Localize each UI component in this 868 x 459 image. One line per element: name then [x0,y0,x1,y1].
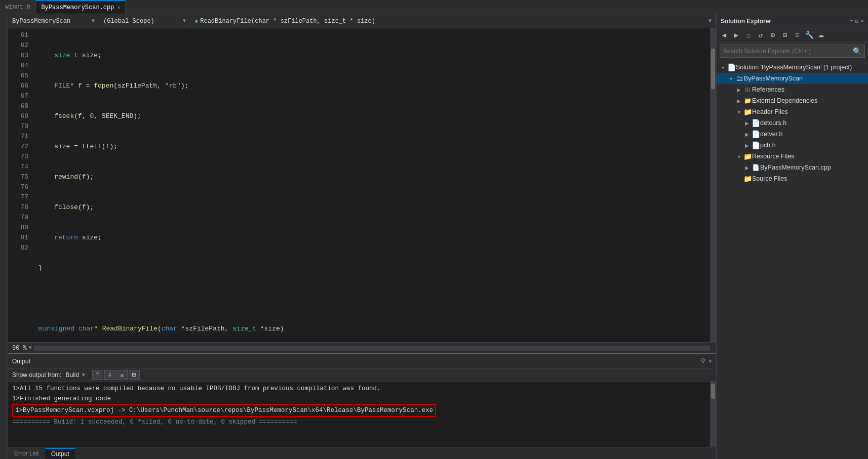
tree-item-project[interactable]: ▾ 🗂 ByPassMemoryScan [717,73,868,84]
output-content[interactable]: 1>All 15 functions were compiled because… [8,382,710,447]
activity-bar [0,14,8,459]
tree-arrow[interactable]: ▶ [735,87,743,93]
tree-label: pch.h [760,142,866,149]
se-header: Solution Explorer − ⊞ ✕ [717,14,868,28]
zoom-label: 90 % [12,345,27,352]
tree-arrow[interactable]: ▾ [735,154,743,159]
tree-arrow[interactable]: ▶ [735,98,743,104]
output-header: Output ⚲ ✕ [8,354,716,368]
folder-icon: 📁 [743,152,752,160]
se-search-bar[interactable]: 🔍 [720,45,865,58]
tree-item-detours-h[interactable]: ▶ 📄 detours.h [717,117,868,129]
copy-btn[interactable]: ⊟ [779,30,791,41]
minus-btn[interactable]: ▬ [816,30,827,41]
code-line [38,294,710,304]
tree-label: Resource Files [752,153,866,160]
folder-icon: 📁 [743,108,752,116]
scope-dropdown[interactable]: ByPassMemoryScan ▼ [8,14,99,28]
ext-deps-icon: 📁 [743,97,752,104]
close-icon[interactable]: ✕ [117,5,120,11]
output-scrollbar[interactable] [710,382,716,447]
tree-arrow[interactable]: ▶ [743,143,751,148]
tree-item-references[interactable]: ▶ ⊞ References [717,84,868,95]
scroll-thumb[interactable] [711,49,715,89]
pin-icon[interactable]: ⊞ [855,18,859,24]
tab-winnt[interactable]: winnt.h [0,0,36,14]
tree-arrow[interactable]: ▶ [743,132,751,137]
tab-bypassmemoryscan[interactable]: ByPassMemoryScan.cpp ✕ [36,0,126,14]
chevron-down-icon: ▼ [92,18,95,24]
pin-icon[interactable]: ⚲ [701,357,705,365]
cpp-file-icon: 📄 [751,164,760,171]
editor-area: ByPassMemoryScan ▼ (Global Scope) ▼ ◈ Re… [8,14,716,459]
line-numbers: 61 62 63 64 65 66 67 68 69 70 71 72 73 7… [8,28,33,342]
code-line: size_t size; [38,51,710,61]
main-area: ByPassMemoryScan ▼ (Global Scope) ▼ ◈ Re… [0,14,868,459]
tree-item-headerfiles[interactable]: ▾ 📁 Header Files [717,106,868,117]
tree-label: detours.h [760,119,866,127]
close-icon[interactable]: ✕ [708,357,712,365]
tab-output[interactable]: Output [45,448,75,459]
code-content[interactable]: size_t size; FILE* f = fopen(szFilePath,… [33,28,710,342]
back-btn[interactable]: ◀ [719,30,730,41]
minus-icon[interactable]: − [850,18,853,24]
code-line: FILE* f = fopen(szFilePath, "rb"); [38,81,710,91]
bottom-tabs: Error List Output [8,447,716,459]
output-line: 1>Finished generating code [12,394,706,404]
sync-btn[interactable]: ↺ [755,30,766,41]
tree-label: ByPassMemoryScan [744,75,866,82]
tree-item-pch-h[interactable]: ▶ 📄 pch.h [717,140,868,151]
tree-item-extdeps[interactable]: ▶ 📁 External Dependencies [717,95,868,106]
function-scope-dropdown[interactable]: ◈ ReadBinaryFile(char * szFilePath, size… [190,14,716,28]
output-title: Output [12,358,30,365]
output-scroll-thumb[interactable] [711,384,715,399]
scope-label: ByPassMemoryScan [12,18,70,25]
se-title: Solution Explorer [721,18,771,25]
vertical-scrollbar[interactable] [710,28,716,342]
tree-item-solution[interactable]: ▾ 📄 Solution 'ByPassMemoryScan' (1 proje… [717,62,868,73]
tree-item-bypass-cpp[interactable]: ▶ 📄 ByPassMemoryScan.cpp [717,162,868,173]
forward-btn[interactable]: ▶ [731,30,742,41]
settings-btn[interactable]: ⚙ [767,30,778,41]
tree-item-resourcefiles[interactable]: ▾ 📁 Resource Files [717,151,868,162]
output-highlighted-line: 1>ByPassMemoryScan.vcxproj -> C:\Users\P… [12,404,706,417]
tree-label: External Dependencies [752,97,866,104]
wrench-icon[interactable]: 🔧 [804,30,815,41]
filter-btn[interactable]: ≡ [792,30,803,41]
tab-label: winnt.h [5,4,30,11]
tree-item-sourcefiles[interactable]: 📁 Source Files [717,173,868,184]
search-icon: 🔍 [853,47,861,56]
filter-btn-3[interactable]: ≡ [116,370,128,380]
global-scope-label: (Global Scope) [103,18,154,25]
function-scope-label: ReadBinaryFile(char * szFilePath, size_t… [200,18,375,25]
tab-bar: winnt.h ByPassMemoryScan.cpp ✕ [0,0,868,14]
tab-error-list[interactable]: Error List [8,448,45,459]
global-scope-dropdown[interactable]: (Global Scope) ▼ [99,14,190,28]
filter-btn-4[interactable]: ⊞ [129,370,140,380]
close-icon[interactable]: ✕ [860,18,864,24]
output-filter-bar: Show output from: Build ▼ ⇑ ⇓ ≡ ⊞ [8,368,716,382]
output-source-dropdown[interactable]: Build ▼ [65,371,86,379]
tree-item-detver-h[interactable]: ▶ 📄 detver.h [717,129,868,140]
se-controls: − ⊞ ✕ [850,18,864,24]
references-icon: ⊞ [743,86,752,93]
output-filter-buttons: ⇑ ⇓ ≡ ⊞ [92,370,140,380]
code-line: fclose(f); [38,202,710,213]
code-editor[interactable]: 61 62 63 64 65 66 67 68 69 70 71 72 73 7… [8,28,716,342]
output-line: 1>All 15 functions were compiled because… [12,384,706,394]
tree-arrow[interactable]: ▾ [727,76,735,81]
tree-arrow[interactable]: ▶ [743,120,751,126]
tree-arrow[interactable]: ▾ [719,65,727,70]
se-search-input[interactable] [723,48,853,55]
code-line: rewind(f); [38,172,710,182]
filter-btn-1[interactable]: ⇑ [92,370,103,380]
tree-arrow[interactable]: ▾ [735,109,743,115]
filter-btn-2[interactable]: ⇓ [104,370,115,380]
se-tree[interactable]: ▾ 📄 Solution 'ByPassMemoryScan' (1 proje… [717,60,868,459]
zoom-control[interactable]: 90 % ▼ [12,345,32,352]
home-btn[interactable]: ⌂ [743,30,754,41]
chevron-down-icon[interactable]: ▼ [29,345,32,351]
horizontal-scrollbar[interactable] [34,346,710,351]
se-toolbar: ◀ ▶ ⌂ ↺ ⚙ ⊟ ≡ 🔧 ▬ [717,28,868,43]
tree-arrow[interactable]: ▶ [743,165,751,171]
